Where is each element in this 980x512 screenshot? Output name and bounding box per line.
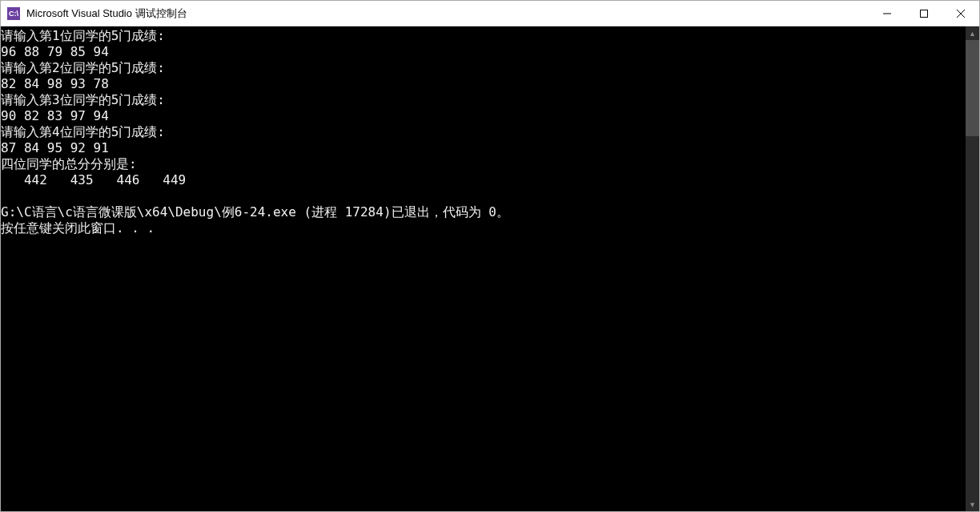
scroll-thumb[interactable] — [966, 40, 979, 136]
scroll-up-arrow[interactable]: ▲ — [966, 26, 979, 40]
vertical-scrollbar[interactable]: ▲ ▼ — [966, 26, 979, 511]
window-title: Microsoft Visual Studio 调试控制台 — [26, 6, 869, 21]
console-output[interactable]: 请输入第1位同学的5门成绩: 96 88 79 85 94 请输入第2位同学的5… — [1, 26, 966, 511]
window-controls — [869, 1, 979, 26]
maximize-button[interactable] — [906, 1, 942, 26]
close-button[interactable] — [942, 1, 979, 26]
svg-rect-1 — [921, 10, 928, 17]
scroll-down-arrow[interactable]: ▼ — [966, 498, 979, 511]
minimize-button[interactable] — [869, 1, 906, 26]
titlebar[interactable]: C:\ Microsoft Visual Studio 调试控制台 — [1, 1, 979, 26]
console-area: 请输入第1位同学的5门成绩: 96 88 79 85 94 请输入第2位同学的5… — [1, 26, 979, 511]
app-icon: C:\ — [7, 7, 20, 20]
